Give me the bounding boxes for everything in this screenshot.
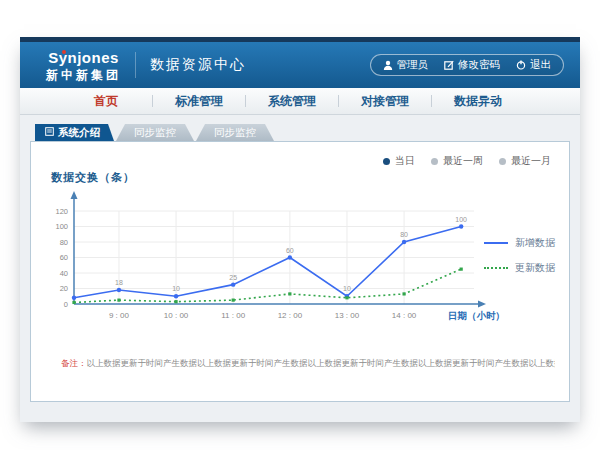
- time-range-group: 当日 最近一周 最近一月: [383, 154, 551, 168]
- footnote-text: 以上数据更新于时间产生数据以上数据更新于时间产生数据以上数据更新于时间产生数据以…: [87, 358, 556, 368]
- svg-text:12 : 00: 12 : 00: [278, 311, 303, 320]
- user-menu[interactable]: 管理员: [383, 58, 429, 72]
- svg-text:100: 100: [455, 216, 467, 223]
- user-name: 管理员: [397, 58, 429, 72]
- app-window: Synjones 新中新集团 数据资源中心 管理员 修改密码: [20, 37, 580, 421]
- user-icon: [383, 60, 393, 70]
- power-icon: [516, 60, 526, 70]
- tab-label: 同步监控: [134, 126, 176, 138]
- range-option-last-month[interactable]: 最近一月: [499, 154, 551, 168]
- nav-item-home[interactable]: 首页: [60, 93, 152, 110]
- svg-text:100: 100: [55, 222, 68, 231]
- logout-button[interactable]: 退出: [516, 58, 551, 72]
- header: Synjones 新中新集团 数据资源中心 管理员 修改密码: [20, 42, 580, 88]
- legend-item-updated-data[interactable]: 更新数据: [484, 261, 555, 275]
- content-area: 系统介绍 同步监控 同步监控 当日 最近一周: [20, 115, 580, 422]
- footnote-label: 备注：: [61, 358, 87, 368]
- chart-panel: 当日 最近一周 最近一月 数据交换（条） 0204060801001209 : …: [30, 141, 570, 402]
- brand-logo-text-cn: 新中新集团: [46, 69, 121, 81]
- solid-line-swatch-icon: [484, 242, 508, 244]
- legend-label: 新增数据: [515, 236, 555, 250]
- change-password-button[interactable]: 修改密码: [444, 58, 500, 72]
- range-option-today[interactable]: 当日: [383, 154, 415, 168]
- svg-text:日期（小时）: 日期（小时）: [448, 310, 505, 322]
- main-nav: 首页 标准管理 系统管理 对接管理 数据异动: [20, 88, 580, 115]
- svg-text:25: 25: [229, 274, 237, 281]
- tab-label: 系统介绍: [58, 124, 100, 141]
- nav-item-standard-mgmt[interactable]: 标准管理: [153, 93, 245, 110]
- svg-text:0: 0: [64, 300, 68, 309]
- svg-text:80: 80: [60, 238, 68, 247]
- tab-sync-monitor-2[interactable]: 同步监控: [196, 124, 274, 141]
- nav-item-system-mgmt[interactable]: 系统管理: [246, 93, 338, 110]
- legend-label: 更新数据: [515, 261, 555, 275]
- radio-dot-icon: [431, 158, 438, 165]
- tab-system-intro[interactable]: 系统介绍: [35, 124, 114, 141]
- header-divider: [135, 52, 136, 78]
- brand-logo-text-en: Synjones: [48, 50, 119, 65]
- radio-dot-icon: [499, 158, 506, 165]
- document-icon: [45, 124, 54, 141]
- change-password-label: 修改密码: [458, 58, 500, 72]
- radio-dot-icon: [383, 158, 390, 165]
- svg-text:13 : 00: 13 : 00: [335, 311, 360, 320]
- svg-text:60: 60: [286, 247, 294, 254]
- line-chart: 0204060801001209 : 0010 : 0011 : 0012 : …: [39, 182, 509, 342]
- tab-sync-monitor-1[interactable]: 同步监控: [116, 124, 194, 141]
- svg-text:60: 60: [60, 253, 68, 262]
- tab-bar: 系统介绍 同步监控 同步监控: [35, 124, 274, 141]
- svg-text:14 : 00: 14 : 00: [392, 311, 417, 320]
- range-label: 最近一周: [443, 154, 483, 168]
- nav-item-connect-mgmt[interactable]: 对接管理: [339, 93, 431, 110]
- svg-text:40: 40: [60, 269, 68, 278]
- range-label: 最近一月: [511, 154, 551, 168]
- svg-text:10: 10: [343, 285, 351, 292]
- user-bar: 管理员 修改密码 退出: [370, 54, 565, 76]
- svg-text:11 : 00: 11 : 00: [221, 311, 245, 320]
- chart-legend: 新增数据 更新数据: [484, 236, 555, 286]
- svg-text:80: 80: [400, 231, 408, 238]
- brand-logo: Synjones 新中新集团: [46, 50, 135, 81]
- svg-text:120: 120: [55, 207, 68, 216]
- svg-text:10: 10: [172, 285, 180, 292]
- range-option-last-week[interactable]: 最近一周: [431, 154, 483, 168]
- tab-label: 同步监控: [214, 126, 256, 138]
- svg-text:10 : 00: 10 : 00: [164, 311, 189, 320]
- dotted-line-swatch-icon: [484, 267, 508, 269]
- footnote: 备注：以上数据更新于时间产生数据以上数据更新于时间产生数据以上数据更新于时间产生…: [61, 358, 555, 370]
- legend-item-new-data[interactable]: 新增数据: [484, 236, 555, 250]
- page-title: 数据资源中心: [150, 56, 246, 74]
- edit-icon: [444, 60, 454, 70]
- svg-text:9 : 00: 9 : 00: [109, 311, 130, 320]
- svg-text:20: 20: [60, 284, 68, 293]
- nav-item-data-change[interactable]: 数据异动: [432, 93, 524, 110]
- range-label: 当日: [395, 154, 415, 168]
- svg-text:18: 18: [115, 279, 123, 286]
- logout-label: 退出: [530, 58, 551, 72]
